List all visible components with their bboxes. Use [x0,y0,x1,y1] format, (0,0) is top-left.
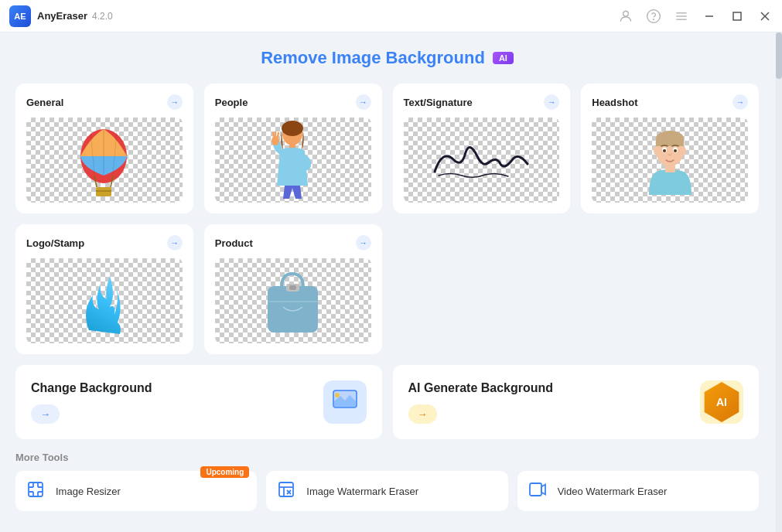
image-resizer-label: Image Resizer [56,486,121,497]
ai-gen-hexagon: AI [702,382,742,422]
people-card-title: People [215,97,248,108]
headshot-card-image [592,118,748,203]
cards-grid-row2: Logo/Stamp → [15,224,759,354]
general-card-title: General [26,97,63,108]
logo-stamp-card[interactable]: Logo/Stamp → [15,224,193,354]
product-card[interactable]: Product → [204,224,382,354]
people-card-image [215,118,371,203]
user-icon[interactable] [618,9,633,24]
headshot-card-header: Headshot → [592,94,748,110]
app-logo: AE [9,5,31,27]
text-signature-card-header: Text/Signature → [404,94,560,110]
svg-point-0 [623,11,629,16]
svg-point-28 [654,147,658,155]
change-background-btn[interactable]: → [31,404,60,424]
upcoming-badge: Upcoming [200,466,249,478]
image-watermark-label: Image Watermark Eraser [306,486,418,497]
text-signature-card-title: Text/Signature [404,97,473,108]
general-card-header: General → [26,94,183,110]
headshot-card-arrow: → [732,94,748,110]
svg-point-32 [663,149,666,152]
text-signature-card-image [404,118,560,203]
change-background-icon [323,380,367,424]
help-icon[interactable] [646,9,661,24]
general-card-image [26,118,183,203]
maximize-button[interactable] [729,9,745,24]
product-card-arrow: → [356,235,371,251]
headshot-card-title: Headshot [592,97,637,108]
ai-badge: AI [493,52,514,64]
ai-generate-btn[interactable]: → [408,404,437,424]
scrollbar-thumb[interactable] [776,32,782,79]
page-title-wrap: Remove Image Background AI [15,48,759,68]
app-version: 4.2.0 [92,11,113,22]
people-card-header: People → [215,94,371,110]
change-background-title: Change Background [31,381,152,395]
video-watermark-icon [528,480,550,502]
svg-rect-34 [268,286,318,332]
logo-stamp-card-image [26,258,183,343]
titlebar-actions [618,9,773,24]
svg-line-24 [278,133,278,137]
ai-generate-title: AI Generate Background [408,381,554,395]
change-background-left: Change Background → [31,381,152,424]
video-watermark-tool[interactable]: Video Watermark Eraser [517,471,759,511]
svg-point-29 [681,147,686,155]
svg-line-22 [273,133,274,137]
svg-point-19 [282,121,303,136]
svg-rect-45 [530,483,541,496]
main-content: Remove Image Background AI General → [0,32,782,532]
product-card-title: Product [215,237,253,249]
image-watermark-icon [277,480,299,502]
more-tools-section: More Tools Upcoming Image Resizer [15,452,759,511]
video-watermark-label: Video Watermark Eraser [558,486,668,497]
close-button[interactable] [757,9,773,24]
cards-grid-row1: General → [15,84,759,213]
logo-stamp-card-header: Logo/Stamp → [26,235,183,251]
tools-row: Upcoming Image Resizer [15,471,759,511]
page-title: Remove Image Background [261,48,485,68]
logo-stamp-card-arrow: → [167,235,183,251]
ai-generate-icon: AI [700,380,743,424]
product-card-image [215,258,371,343]
minimize-button[interactable] [702,9,717,24]
svg-point-40 [335,393,340,397]
change-background-card[interactable]: Change Background → [15,365,382,439]
ai-generate-left: AI Generate Background → [408,381,554,424]
svg-point-2 [654,19,654,19]
image-resizer-icon [26,480,48,502]
people-card-arrow: → [356,94,371,110]
svg-rect-7 [733,12,741,20]
svg-rect-42 [279,483,293,496]
titlebar: AE AnyEraser 4.2.0 [0,0,782,32]
svg-point-33 [674,149,677,152]
text-signature-card[interactable]: Text/Signature → [393,84,571,213]
more-tools-label: More Tools [15,452,759,463]
image-watermark-tool[interactable]: Image Watermark Eraser [266,471,507,511]
people-card[interactable]: People → [204,84,382,213]
general-card[interactable]: General → [15,84,193,213]
svg-rect-36 [289,285,296,290]
general-card-arrow: → [167,94,183,110]
headshot-card[interactable]: Headshot → [581,84,759,213]
app-name: AnyEraser [37,10,87,22]
menu-icon[interactable] [674,9,689,24]
logo-stamp-card-title: Logo/Stamp [26,237,84,249]
product-card-header: Product → [215,235,371,251]
svg-rect-16 [96,187,111,196]
scrollbar-track [776,32,782,532]
svg-rect-41 [29,483,43,496]
text-signature-card-arrow: → [544,94,559,110]
svg-point-1 [647,9,661,22]
ai-generate-card[interactable]: AI Generate Background → AI [393,365,760,439]
image-resizer-tool[interactable]: Upcoming Image Resizer [15,471,257,511]
feature-cards: Change Background → AI Generate Backgrou… [15,365,759,439]
